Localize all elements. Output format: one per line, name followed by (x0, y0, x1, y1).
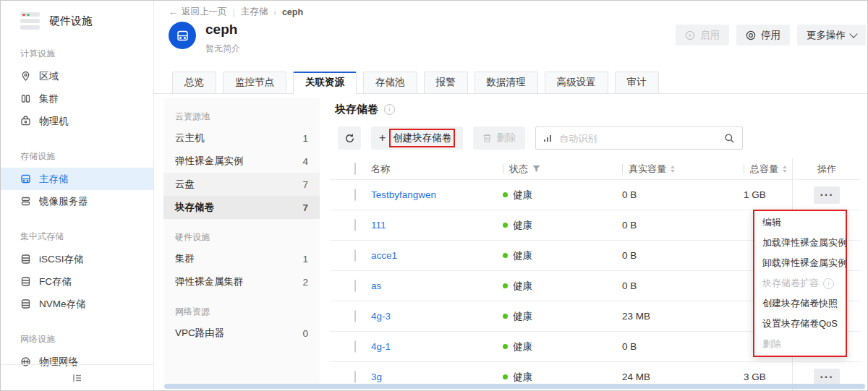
tab-advanced-settings[interactable]: 高级设置 (545, 72, 608, 93)
row-checkbox[interactable] (354, 249, 356, 262)
real-capacity: 0 B (622, 280, 637, 291)
volume-name-link[interactable]: 4g-3 (371, 311, 391, 322)
resnav-count: 1 (302, 254, 308, 265)
breadcrumb-parent[interactable]: 主存储 (241, 6, 268, 18)
resnav-label: VPC路由器 (175, 327, 224, 340)
menu-item-delete[interactable]: 删除 (754, 334, 846, 354)
row-checkbox[interactable] (354, 280, 356, 292)
status-dot (503, 344, 508, 349)
resnav-section-cloud: 云资源池 (175, 111, 308, 123)
sidebar-item-primary-storage[interactable]: 主存储 (1, 168, 153, 190)
resnav-item-baremetal-instance[interactable]: 弹性裸金属实例 4 (163, 150, 320, 173)
search-input[interactable] (558, 132, 718, 145)
tab-monitor-nodes[interactable]: 监控节点 (223, 72, 286, 93)
resnav-item-vm[interactable]: 云主机 1 (163, 126, 320, 150)
sidebar-item-cluster[interactable]: 集群 (1, 87, 153, 110)
storage-avatar (169, 22, 196, 49)
sidebar-item-zone[interactable]: 区域 (1, 65, 153, 87)
resnav-count: 7 (302, 202, 308, 213)
storage-drive-icon (176, 29, 190, 43)
brand: 硬件设施 (20, 12, 153, 30)
menu-item-attach-baremetal[interactable]: 加载弹性裸金属实例 (754, 233, 846, 253)
create-volume-button[interactable]: 创建块存储卷 (371, 126, 463, 150)
app-window: 硬件设施 计算设施 区域 集群 物理机 存储设施 主存储 镜像服务器 集中式存储… (0, 0, 868, 391)
resnav-label: 弹性裸金属集群 (175, 275, 244, 288)
volume-name-link[interactable]: Testbyfangwen (371, 189, 436, 200)
sidebar-item-label: 主存储 (39, 173, 69, 186)
sort-icon[interactable] (783, 166, 787, 173)
resnav-item-block-volume[interactable]: 块存储卷 7 (163, 196, 320, 219)
breadcrumb-divider: | (233, 7, 235, 17)
row-checkbox[interactable] (354, 189, 356, 201)
panel-title-row: 块存储卷 (335, 103, 861, 116)
resnav-item-cloud-disk[interactable]: 云盘 7 (163, 173, 320, 196)
sidebar-item-iscsi[interactable]: iSCSI存储 (1, 248, 153, 270)
tab-alarms[interactable]: 报警 (424, 72, 468, 93)
row-actions-button[interactable] (814, 186, 840, 204)
select-all-checkbox[interactable] (354, 163, 356, 175)
row-actions-button[interactable] (814, 369, 840, 386)
filter-icon[interactable] (532, 165, 540, 173)
tab-audit[interactable]: 审计 (615, 72, 659, 93)
tab-related-resources[interactable]: 关联资源 (293, 72, 357, 94)
enable-button[interactable]: 启用 (676, 25, 729, 46)
row-actions-menu: 编辑 加载弹性裸金属实例 卸载弹性裸金属实例 块存储卷扩容 创建块存储卷快照 设… (753, 210, 847, 357)
col-status: 状态 (509, 163, 528, 176)
sidebar-item-nvme[interactable]: NVMe存储 (1, 293, 153, 315)
more-actions-button[interactable]: 更多操作 (797, 25, 866, 46)
delete-button[interactable]: 删除 (473, 126, 525, 150)
real-capacity: 0 B (622, 341, 637, 352)
resnav-item-cluster[interactable]: 集群 1 (163, 247, 320, 270)
tab-overview[interactable]: 总览 (172, 72, 216, 93)
host-lock-icon (20, 116, 31, 126)
menu-item-label: 块存储卷扩容 (762, 273, 819, 293)
volume-name-link[interactable]: as (371, 280, 381, 291)
volume-name-link[interactable]: acce1 (371, 250, 397, 261)
menu-item-edit[interactable]: 编辑 (754, 212, 846, 233)
menu-item-label: 加载弹性裸金属实例 (762, 233, 847, 253)
delete-label: 删除 (496, 132, 516, 145)
search-box (535, 126, 743, 150)
menu-item-create-snapshot[interactable]: 创建块存储卷快照 (754, 293, 846, 314)
info-icon[interactable] (384, 104, 395, 115)
tab-storage-pools[interactable]: 存储池 (363, 72, 417, 93)
status-text: 健康 (513, 371, 532, 384)
row-checkbox[interactable] (354, 310, 356, 322)
menu-item-expand-volume[interactable]: 块存储卷扩容 (754, 273, 846, 293)
row-checkbox[interactable] (354, 340, 356, 353)
search-icon[interactable] (724, 133, 735, 144)
left-sidebar: 硬件设施 计算设施 区域 集群 物理机 存储设施 主存储 镜像服务器 集中式存储… (1, 1, 154, 390)
disk-icon (20, 276, 31, 287)
brand-title: 硬件设施 (49, 14, 93, 28)
resnav-count: 4 (302, 156, 308, 167)
status-dot (503, 283, 508, 288)
resnav-item-vpc-router[interactable]: VPC路由器 0 (163, 322, 320, 345)
row-checkbox[interactable] (354, 371, 356, 383)
disable-button[interactable]: 停用 (736, 25, 790, 46)
menu-item-label: 编辑 (762, 212, 781, 233)
real-capacity: 0 B (622, 250, 637, 261)
refresh-button[interactable] (338, 126, 361, 150)
volume-name-link[interactable]: 3g (371, 371, 382, 382)
sidebar-item-image-server[interactable]: 镜像服务器 (1, 190, 153, 212)
stop-circle-icon (746, 30, 756, 40)
volume-name-link[interactable]: 111 (371, 220, 386, 231)
resnav-item-baremetal-cluster[interactable]: 弹性裸金属集群 2 (163, 270, 320, 293)
sidebar-item-host[interactable]: 物理机 (1, 110, 153, 132)
tab-data-cleanup[interactable]: 数据清理 (475, 72, 538, 93)
horizontal-scrollbar[interactable] (164, 384, 865, 389)
menu-item-detach-baremetal[interactable]: 卸载弹性裸金属实例 (754, 253, 846, 273)
enable-label: 启用 (700, 29, 720, 42)
create-volume-label: 创建块存储卷 (389, 129, 455, 147)
plus-icon (379, 132, 386, 145)
sidebar-item-fc[interactable]: FC存储 (1, 270, 153, 293)
row-checkbox[interactable] (354, 219, 356, 231)
table-row: Testbyfangwen 健康 0 B 1 GB (330, 179, 861, 210)
sort-icon[interactable] (671, 166, 675, 173)
sidebar-collapse-button[interactable] (1, 364, 153, 390)
volume-name-link[interactable]: 4g-1 (371, 341, 391, 352)
disk-icon (20, 298, 31, 309)
resnav-count: 2 (302, 277, 308, 288)
back-link[interactable]: 返回上一页 (169, 6, 227, 18)
menu-item-set-qos[interactable]: 设置块存储卷QoS (754, 314, 846, 334)
